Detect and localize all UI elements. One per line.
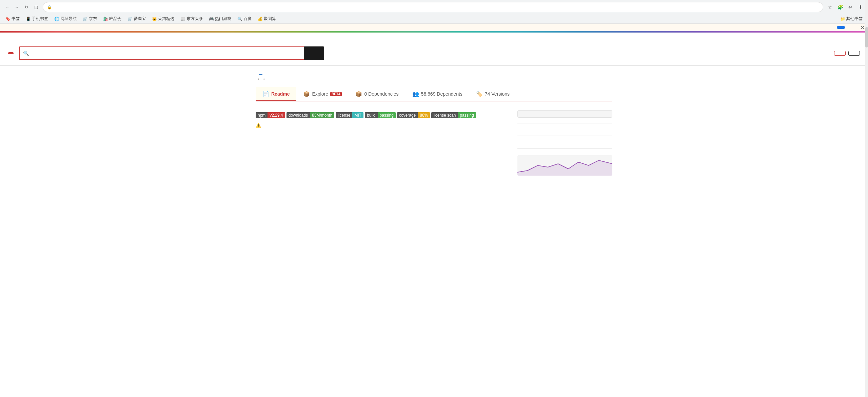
browser-chrome: ← → ↻ ▢ 🔒 ☆ 🧩 ↩ ⬇ 🔖 书签 📱 手机书签 🌐 网址导航 (0, 0, 868, 24)
badge-cov-left: coverage (397, 112, 418, 118)
badge-lic-right: MIT (352, 112, 363, 118)
semver-link[interactable]: ⚠️ (256, 123, 261, 128)
dependencies-icon: 📦 (355, 91, 362, 97)
badge-downloads: downloads 83M/month (287, 112, 334, 118)
explore-icon: 📦 (303, 91, 310, 97)
install-section (517, 110, 612, 123)
tab-readme-label: Readme (271, 91, 290, 97)
bookmark-games[interactable]: 🎮 热门游戏 (207, 15, 233, 22)
bookmark-jd-icon: 🛒 (83, 17, 88, 21)
dependents-icon: 👥 (412, 91, 419, 97)
bookmark-games-icon: 🎮 (209, 17, 214, 21)
no-translate-button[interactable] (848, 26, 854, 29)
bookmark-phone[interactable]: 📱 手机书签 (24, 15, 50, 22)
badge-lscan-left: license scan (431, 112, 458, 118)
bookmark-vip-icon: 🛍️ (103, 17, 108, 21)
npm-logo (8, 52, 14, 54)
main-content: • • 📄 Readme 📦 Explore BETA 📦 0 Dependen… (248, 66, 620, 196)
bookmark-nav-label: 网址导航 (60, 16, 77, 22)
browser-toolbar: ← → ↻ ▢ 🔒 ☆ 🧩 ↩ ⬇ (0, 0, 868, 14)
signup-button[interactable] (834, 51, 846, 56)
bookmark-juhua-icon: 💰 (258, 17, 263, 21)
repository-section (517, 130, 612, 136)
translate-button[interactable] (837, 26, 845, 29)
close-translation-bar-button[interactable]: ✕ (860, 24, 865, 31)
bookmark-juhua[interactable]: 💰 聚划算 (256, 15, 278, 22)
badge-licensescan: license scan passing (431, 112, 476, 118)
translation-bar: ✕ (0, 24, 868, 31)
svg-marker-0 (517, 160, 612, 176)
tab-versions[interactable]: 🏷️ 74 Versions (469, 87, 516, 101)
bookmark-other[interactable]: 📁 其他书签 (838, 15, 865, 22)
bookmark-other-label: 其他书签 (846, 16, 863, 22)
package-tabs: 📄 Readme 📦 Explore BETA 📦 0 Dependencies… (256, 87, 612, 101)
badge-lscan-right: passing (458, 112, 476, 118)
forward-button[interactable]: → (13, 3, 21, 11)
readme-icon: 📄 (262, 91, 269, 97)
search-submit-button[interactable] (304, 46, 324, 60)
search-input[interactable] (20, 47, 304, 59)
bookmark-taobao-label: 爱淘宝 (134, 16, 146, 22)
bookmark-baidu-label: 百度 (243, 16, 252, 22)
bookmark-jd[interactable]: 🛒 京东 (81, 15, 99, 22)
bookmark-dftt-icon: 📰 (180, 17, 185, 21)
npm-top-header (0, 33, 868, 41)
tab-dependents-label: 58,669 Dependents (421, 91, 462, 97)
downloads-chart (517, 155, 612, 176)
address-bar[interactable]: 🔒 (43, 2, 823, 12)
lock-icon: 🔒 (47, 5, 52, 9)
history-back-button[interactable]: ↩ (846, 3, 854, 11)
badge-license: license MIT (336, 112, 363, 118)
content-layout: npm v2.29.4 downloads 83M/month license … (256, 108, 612, 188)
search-input-wrapper: 🔍 (19, 46, 304, 60)
reload-button[interactable]: ↻ (22, 3, 31, 11)
badge-npm-right: v2.29.4 (268, 112, 285, 118)
bookmark-star-button[interactable]: ☆ (826, 3, 834, 11)
bookmark-games-label: 热门游戏 (215, 16, 231, 22)
tab-readme[interactable]: 📄 Readme (256, 87, 296, 101)
badge-cov-right: 88% (418, 112, 430, 118)
bookmark-taobao[interactable]: 🛒 爱淘宝 (125, 15, 148, 22)
tab-dependencies[interactable]: 📦 0 Dependencies (349, 87, 405, 101)
bookmark-tmall[interactable]: 🐱 天猫精选 (150, 15, 176, 22)
install-command (517, 110, 612, 118)
homepage-section (517, 143, 612, 148)
tab-versions-label: 74 Versions (485, 91, 510, 97)
ts-badge (259, 74, 262, 75)
bookmark-vip-label: 唯品会 (109, 16, 121, 22)
versions-icon: 🏷️ (476, 91, 483, 97)
badge-lic-left: license (336, 112, 352, 118)
tab-explore[interactable]: 📦 Explore BETA (296, 87, 349, 101)
signin-button[interactable] (848, 51, 860, 56)
bookmark-shujian[interactable]: 🔖 书签 (3, 15, 22, 22)
tab-dependents[interactable]: 👥 58,669 Dependents (406, 87, 469, 101)
bookmark-juhua-label: 聚划算 (264, 16, 276, 22)
bookmark-baidu[interactable]: 🔍 百度 (235, 15, 254, 22)
badge-build: build passing (365, 112, 396, 118)
bookmark-phone-icon: 📱 (26, 17, 31, 21)
bookmark-dftt[interactable]: 📰 东方头条 (178, 15, 205, 22)
home-button[interactable]: ▢ (32, 3, 40, 11)
bookmark-nav-icon: 🌐 (54, 17, 59, 21)
scrollbar[interactable] (865, 0, 868, 196)
tab-dependencies-label: 0 Dependencies (364, 91, 398, 97)
package-meta: • • (256, 77, 612, 82)
content-sidebar (517, 108, 612, 188)
bookmark-icon: 🔖 (5, 17, 11, 21)
extensions-button[interactable]: 🧩 (836, 3, 844, 11)
bookmarks-bar: 🔖 书签 📱 手机书签 🌐 网址导航 🛒 京东 🛍️ 唯品会 🛒 爱淘宝 🐱 天… (0, 14, 868, 24)
bookmark-other-icon: 📁 (840, 17, 845, 21)
scrollbar-thumb[interactable] (865, 27, 868, 47)
browser-actions: ☆ 🧩 ↩ ⬇ (826, 3, 865, 11)
beta-badge: BETA (330, 92, 342, 96)
bookmark-baidu-icon: 🔍 (237, 17, 242, 21)
package-header: • • (256, 74, 612, 82)
bookmark-vip[interactable]: 🛍️ 唯品会 (101, 15, 123, 22)
badge-dl-left: downloads (287, 112, 310, 118)
badge-build-right: passing (378, 112, 396, 118)
search-form: 🔍 (19, 46, 324, 60)
bookmark-nav[interactable]: 🌐 网址导航 (52, 15, 79, 22)
bookmark-tmall-label: 天猫精选 (158, 16, 174, 22)
download-button[interactable]: ⬇ (856, 3, 865, 11)
back-button[interactable]: ← (3, 3, 12, 11)
